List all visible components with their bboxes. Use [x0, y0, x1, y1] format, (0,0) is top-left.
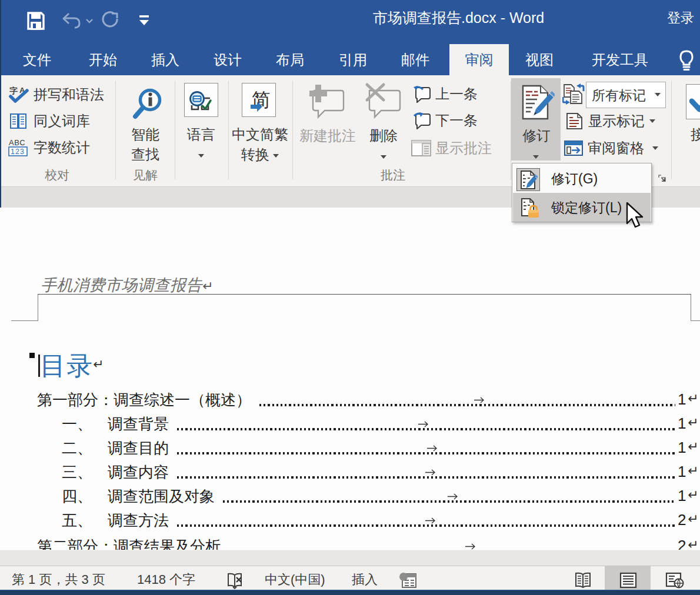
toc-entry[interactable]: 五、 调查方法2↵: [0, 510, 661, 534]
smart-lookup-icon: [131, 85, 166, 122]
document-page[interactable]: 手机消费市场调查报告↵ 目录↵ 第一部分：调查综述一（概述）1↵一、 调查背景1…: [0, 208, 700, 550]
thesaurus-button[interactable]: 同义词库: [8, 112, 90, 130]
page-indicator[interactable]: 第 1 页，共 3 页: [12, 571, 105, 589]
tab-view[interactable]: 视图: [519, 44, 560, 75]
window-title: 市场调查报告.docx - Word: [373, 8, 544, 28]
toc-dot-leader: [177, 524, 675, 527]
show-markup-button[interactable]: 显示标记: [566, 112, 655, 130]
customize-quick-access-toolbar-button[interactable]: [138, 15, 150, 28]
track-changes-menu-icon: [520, 170, 538, 190]
horizontal-scrollbar[interactable]: [0, 550, 700, 566]
tab-home[interactable]: 开始: [82, 44, 124, 75]
menu-item-track-changes[interactable]: 修订(G): [513, 164, 651, 192]
undo-button[interactable]: [61, 12, 94, 29]
pilcrow-mark: ↵: [202, 279, 213, 293]
tab-design[interactable]: 设计: [207, 44, 248, 75]
tab-mark-icon: [426, 444, 439, 452]
group-separator: [115, 81, 116, 179]
tab-references[interactable]: 引用: [332, 44, 374, 75]
next-comment-button[interactable]: 下一条: [412, 112, 478, 129]
show-comments-button[interactable]: 显示批注: [411, 139, 492, 157]
tab-mark-icon: [465, 543, 478, 550]
toc-page-number: 1: [678, 439, 686, 457]
margin-crop-mark: [691, 320, 700, 321]
button-label: 查找: [131, 146, 159, 162]
toc-page-number: 2: [678, 511, 686, 529]
tab-mark-icon: [425, 517, 438, 524]
group-separator: [671, 81, 672, 179]
display-for-review-icon: [562, 83, 585, 105]
sign-in-button[interactable]: 登录: [667, 9, 694, 27]
dropdown-arrow-icon: [381, 155, 386, 159]
tab-mark-icon: [447, 493, 460, 500]
tell-me-lightbulb-icon[interactable]: [678, 50, 695, 71]
toc-page-number: 1: [678, 390, 686, 409]
web-layout-button[interactable]: [651, 566, 698, 590]
toc-page-number: 1: [678, 463, 686, 481]
toc-entry-text: 第一部分：调查综述一（概述）: [37, 390, 251, 410]
print-layout-button[interactable]: [605, 566, 651, 590]
dropdown-arrow-icon: [652, 146, 658, 150]
spelling-grammar-icon: 字 A: [8, 86, 31, 103]
read-mode-button[interactable]: [560, 566, 605, 590]
previous-comment-button[interactable]: 上一条: [412, 85, 478, 103]
dropdown-arrow-icon: [649, 119, 655, 123]
word-count[interactable]: 1418 个字: [137, 571, 195, 589]
group-separator: [228, 81, 229, 179]
toc-entry-text: 第二部分：调查结果及分析: [37, 536, 221, 550]
track-changes-icon: [522, 85, 555, 122]
tab-review[interactable]: 审阅: [449, 44, 509, 75]
print-layout-icon: [619, 572, 637, 589]
tab-file[interactable]: 文件: [16, 44, 58, 75]
toc-heading[interactable]: 目录↵: [40, 349, 104, 383]
margin-crop-mark: [11, 320, 38, 321]
toc-dot-leader: [177, 452, 675, 454]
toc-entry-text: 四、 调查范围及对象: [62, 486, 215, 507]
tab-mailings[interactable]: 邮件: [395, 44, 436, 75]
proofing-status-icon[interactable]: [226, 573, 244, 589]
pilcrow-mark: ↵: [688, 439, 698, 454]
tracking-dialog-launcher-icon[interactable]: [658, 174, 667, 183]
group-label-proofing: 校对: [28, 167, 86, 181]
display-for-review-box[interactable]: 所有标记: [586, 82, 666, 108]
margin-crop-mark: [38, 295, 38, 321]
insert-mode-indicator[interactable]: 插入: [352, 571, 378, 589]
show-markup-icon: [566, 112, 584, 130]
word-count-icon: ABC 123: [8, 138, 31, 157]
redo-button[interactable]: [101, 11, 120, 30]
language-indicator[interactable]: 中文(中国): [265, 571, 325, 589]
toc-entry[interactable]: 第二部分：调查结果及分析2↵: [0, 536, 661, 550]
button-label: 语言: [187, 126, 215, 142]
word-count-button[interactable]: ABC 123 字数统计: [8, 139, 90, 156]
button-label: 智能: [131, 126, 159, 142]
page-header-text[interactable]: 手机消费市场调查报告↵: [41, 275, 213, 296]
toc-entry-text: 二、 调查目的: [62, 438, 169, 459]
header-separator-line: [38, 294, 691, 295]
toc-entry[interactable]: 三、 调查内容1↵: [0, 462, 661, 486]
toc-entry[interactable]: 二、 调查目的1↵: [0, 438, 661, 462]
dropdown-arrow-icon: [533, 155, 539, 159]
toc-entry[interactable]: 第一部分：调查综述一（概述）1↵: [0, 390, 661, 414]
tab-layout[interactable]: 布局: [269, 44, 311, 75]
svg-text:字: 字: [9, 86, 18, 95]
tab-insert[interactable]: 插入: [145, 44, 186, 75]
dropdown-arrow-icon[interactable]: [655, 93, 661, 96]
delete-comment-icon: [364, 82, 404, 119]
pilcrow-mark: ↵: [688, 415, 698, 430]
spelling-grammar-button[interactable]: 字 A 拼写和语法: [8, 86, 104, 103]
group-separator: [292, 81, 293, 179]
chinese-conversion-icon: 简: [245, 86, 272, 113]
reviewing-pane-button[interactable]: 审阅窗格: [564, 139, 658, 157]
tab-developer[interactable]: 开发工具: [588, 44, 652, 75]
pilcrow-mark: ↵: [688, 391, 698, 406]
track-changes-button[interactable]: 修订: [511, 78, 561, 161]
pilcrow-mark: ↵: [688, 487, 698, 503]
toc-entry[interactable]: 一、 调查背景1↵: [0, 414, 661, 438]
macro-recording-icon[interactable]: [399, 573, 416, 588]
save-button[interactable]: [27, 12, 45, 30]
toc-page-number: 1: [678, 415, 686, 433]
button-label: 下一条: [435, 111, 478, 130]
toc-dot-leader: [177, 476, 675, 479]
toc-entry[interactable]: 四、 调查范围及对象1↵: [0, 486, 661, 510]
pilcrow-mark: ↵: [93, 357, 104, 372]
